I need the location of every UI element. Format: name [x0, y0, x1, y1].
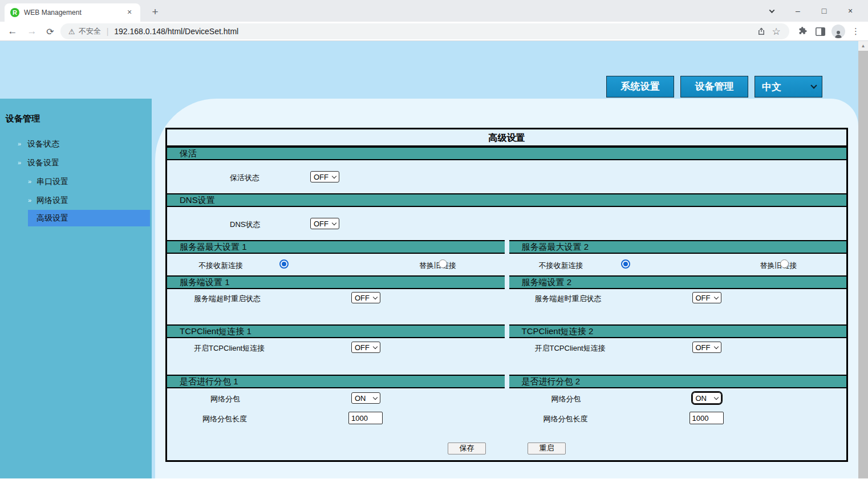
side-panel-icon[interactable]	[812, 24, 829, 39]
arrow-bullet-icon: »	[18, 135, 21, 153]
bookmark-star-icon[interactable]: ☆	[769, 24, 784, 39]
back-icon[interactable]: ←	[5, 24, 20, 39]
scrollbar-up-icon[interactable]: ▲	[858, 41, 868, 51]
tab-strip: R WEB Management × + – □ ×	[0, 0, 868, 22]
packet-length-input-1[interactable]	[348, 412, 383, 424]
language-select[interactable]: 中文	[755, 76, 822, 98]
sidebar-item-device-settings[interactable]: » 设备设置	[0, 153, 152, 172]
address-separator: |	[107, 27, 109, 36]
replace-old-link-label: 替换旧链接	[419, 261, 456, 271]
table-title: 高级设置	[167, 129, 846, 147]
select-chevron-icon	[332, 220, 336, 225]
sidebar-item-advanced-settings[interactable]: 高级设置	[28, 210, 150, 226]
tcpclient-enable-label: 开启TCPClient短连接	[535, 343, 606, 354]
replace-old-link-radio-2[interactable]	[780, 259, 789, 268]
sidebar-item-device-status[interactable]: » 设备状态	[0, 135, 152, 153]
forward-icon[interactable]: →	[25, 24, 39, 39]
reload-icon[interactable]: ⟳	[43, 24, 58, 39]
tcpclient-enable-label: 开启TCPClient短连接	[194, 343, 265, 354]
section-header-server-1: 服务端设置 1	[167, 275, 505, 289]
packet-length-label: 网络分包长度	[543, 414, 588, 424]
form-actions: 保存 重启	[167, 436, 846, 460]
tcpclient-select-2[interactable]: OFF	[692, 342, 721, 353]
save-button[interactable]: 保存	[448, 443, 486, 454]
minimize-button[interactable]: –	[785, 0, 811, 22]
menu-kebab-icon[interactable]: ⋮	[847, 24, 865, 39]
tcpclient-select-1[interactable]: OFF	[351, 342, 380, 353]
sidebar-item-serial-settings[interactable]: » 串口设置	[0, 172, 152, 191]
page-background: 系统设置 设备管理 中文 设备管理 » 设备状态 » 设备设置 » 串口设置 »…	[0, 41, 868, 478]
server-max-1-options: 不接收新连接 替换旧链接	[167, 254, 505, 275]
section-header-server-max-1: 服务器最大设置 1	[167, 240, 505, 254]
window-controls: – □ ×	[759, 0, 863, 22]
tab-title: WEB Management	[24, 9, 124, 17]
language-value: 中文	[762, 80, 781, 94]
select-chevron-icon	[713, 395, 718, 399]
restart-button[interactable]: 重启	[528, 443, 566, 454]
profile-avatar[interactable]	[829, 24, 847, 39]
keepalive-status-label: 保活状态	[230, 173, 259, 183]
section-header-server-2: 服务端设置 2	[509, 275, 847, 289]
section-header-packet-1: 是否进行分包 1	[167, 375, 505, 388]
packet-mode-select-2[interactable]: ON	[692, 392, 721, 404]
new-tab-button[interactable]: +	[147, 5, 163, 21]
section-header-tcpclient-2: TCPClient短连接 2	[509, 324, 847, 338]
section-header-packet-2: 是否进行分包 2	[509, 375, 847, 388]
advanced-settings-table: 高级设置 保活 保活状态 OFF DNS设置 DNS状态 OFF 服务器最大设置…	[165, 128, 848, 462]
packet-length-label: 网络分包长度	[202, 414, 247, 424]
tab-close-icon[interactable]: ×	[124, 7, 135, 18]
packet-mode-label: 网络分包	[551, 394, 581, 404]
dns-row: DNS状态 OFF	[167, 207, 846, 240]
system-settings-button[interactable]: 系统设置	[606, 76, 674, 98]
extensions-icon[interactable]	[794, 24, 812, 39]
sidebar-item-network-settings[interactable]: » 网络设置	[0, 191, 152, 210]
sidebar-title: 设备管理	[6, 113, 152, 124]
tcpclient-row-1: 开启TCPClient短连接 OFF	[167, 338, 505, 375]
select-chevron-icon	[373, 294, 378, 299]
share-icon[interactable]	[754, 24, 769, 39]
server-timeout-label: 服务端超时重启状态	[535, 294, 602, 304]
favicon-icon: R	[10, 8, 19, 17]
chevron-down-icon	[810, 82, 817, 88]
page-scrollbar[interactable]: ▲	[858, 41, 868, 478]
no-new-connection-radio-1[interactable]	[279, 259, 289, 269]
keepalive-row: 保活状态 OFF	[167, 160, 846, 193]
replace-old-link-radio-1[interactable]	[439, 259, 447, 268]
packet-mode-row-2: 网络分包 ON	[509, 388, 847, 408]
packet-length-row-1: 网络分包长度	[167, 408, 505, 428]
device-management-button[interactable]: 设备管理	[680, 76, 748, 98]
packet-length-input-2[interactable]	[689, 412, 724, 424]
not-secure-label[interactable]: 不安全	[79, 26, 101, 36]
select-chevron-icon	[713, 344, 718, 348]
dns-status-label: DNS状态	[230, 220, 260, 230]
browser-tab[interactable]: R WEB Management ×	[5, 3, 140, 22]
dns-status-select[interactable]: OFF	[310, 218, 339, 229]
arrow-bullet-icon: »	[28, 191, 31, 210]
address-bar[interactable]: ⚠ 不安全 | 192.168.0.148/html/DeviceSet.htm…	[60, 23, 789, 39]
maximize-button[interactable]: □	[811, 0, 837, 22]
packet-mode-select-1[interactable]: ON	[351, 392, 380, 404]
select-chevron-icon	[713, 294, 718, 299]
no-new-connection-label: 不接收新连接	[198, 261, 243, 271]
keepalive-status-select[interactable]: OFF	[310, 171, 339, 182]
close-button[interactable]: ×	[837, 0, 863, 22]
server-timeout-row-2: 服务端超时重启状态 OFF	[509, 289, 847, 324]
url-text[interactable]: 192.168.0.148/html/DeviceSet.html	[114, 27, 754, 36]
replace-old-link-label: 替换旧链接	[760, 261, 797, 271]
no-new-connection-label: 不接收新连接	[539, 261, 583, 271]
arrow-bullet-icon: »	[18, 153, 21, 172]
browser-toolbar: ← → ⟳ ⚠ 不安全 | 192.168.0.148/html/DeviceS…	[0, 22, 868, 41]
sidebar: 设备管理 » 设备状态 » 设备设置 » 串口设置 » 网络设置 高级设置	[0, 99, 152, 478]
server-timeout-select-2[interactable]: OFF	[692, 292, 721, 303]
server-timeout-label: 服务端超时重启状态	[194, 294, 261, 304]
no-new-connection-radio-2[interactable]	[621, 259, 630, 269]
select-chevron-icon	[373, 395, 378, 399]
packet-mode-label: 网络分包	[210, 394, 240, 404]
section-header-server-max-2: 服务器最大设置 2	[509, 240, 847, 254]
packet-length-row-2: 网络分包长度	[509, 408, 847, 428]
not-secure-icon: ⚠	[68, 27, 75, 36]
server-max-2-options: 不接收新连接 替换旧链接	[509, 254, 847, 275]
server-timeout-select-1[interactable]: OFF	[351, 292, 380, 303]
section-header-keepalive: 保活	[167, 147, 846, 160]
tab-search-icon[interactable]	[759, 0, 785, 22]
